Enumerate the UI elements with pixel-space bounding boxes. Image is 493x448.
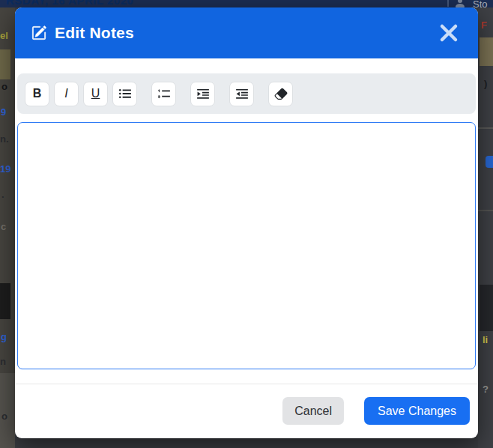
bg-fragment: F bbox=[481, 19, 487, 31]
italic-button[interactable]: I bbox=[54, 82, 79, 106]
eraser-icon bbox=[274, 87, 288, 100]
cancel-button[interactable]: Cancel bbox=[282, 397, 344, 425]
bg-fragment: g bbox=[1, 331, 7, 342]
formatting-toolbar: B I U bbox=[17, 73, 476, 114]
person-icon bbox=[454, 0, 466, 7]
modal-footer: Cancel Save Changes bbox=[15, 384, 478, 438]
indent-button[interactable] bbox=[190, 82, 215, 106]
bg-fragment: ? bbox=[483, 384, 489, 395]
modal-header: Edit Notes bbox=[15, 7, 478, 58]
bg-fragment: 9 bbox=[1, 106, 6, 118]
bg-fragment: o bbox=[1, 411, 7, 422]
clear-formatting-button[interactable] bbox=[268, 82, 293, 106]
modal-title: Edit Notes bbox=[55, 24, 134, 42]
background-user-label: Sto bbox=[473, 0, 488, 7]
ordered-list-button[interactable] bbox=[151, 82, 176, 106]
indent-icon bbox=[196, 87, 210, 100]
ordered-list-icon bbox=[157, 87, 171, 100]
pencil-square-icon bbox=[31, 25, 46, 40]
outdent-icon bbox=[235, 87, 249, 100]
background-date-text: RSDAY, 16 APRIL 2020 bbox=[6, 0, 133, 7]
underline-button[interactable]: U bbox=[83, 82, 108, 106]
background-left-edge: el o 9 n. 19 . c g n o bbox=[0, 7, 15, 448]
bg-fragment: 19 bbox=[0, 163, 10, 175]
bold-button[interactable]: B bbox=[25, 82, 49, 106]
save-changes-button[interactable]: Save Changes bbox=[364, 397, 470, 425]
notes-editor[interactable] bbox=[17, 122, 476, 369]
outdent-button[interactable] bbox=[229, 82, 254, 106]
edit-notes-modal: Edit Notes B I U bbox=[15, 7, 478, 438]
bg-fragment: . bbox=[1, 189, 4, 200]
bg-fragment: ) bbox=[484, 78, 487, 89]
top-bar-divider bbox=[447, 0, 449, 7]
background-right-edge: F ) li ? bbox=[478, 7, 493, 448]
unordered-list-button[interactable] bbox=[112, 82, 137, 106]
bg-fragment: n. bbox=[0, 133, 9, 145]
bg-fragment: li bbox=[483, 334, 488, 345]
close-button[interactable] bbox=[436, 20, 462, 46]
background-top-bar: RSDAY, 16 APRIL 2020 Sto bbox=[0, 0, 493, 7]
bg-fragment: el bbox=[0, 30, 8, 41]
bg-fragment: c bbox=[1, 221, 6, 232]
close-icon bbox=[438, 22, 460, 44]
unordered-list-icon bbox=[118, 87, 132, 100]
bg-fragment: n bbox=[0, 356, 6, 367]
bg-fragment: o bbox=[1, 81, 7, 92]
